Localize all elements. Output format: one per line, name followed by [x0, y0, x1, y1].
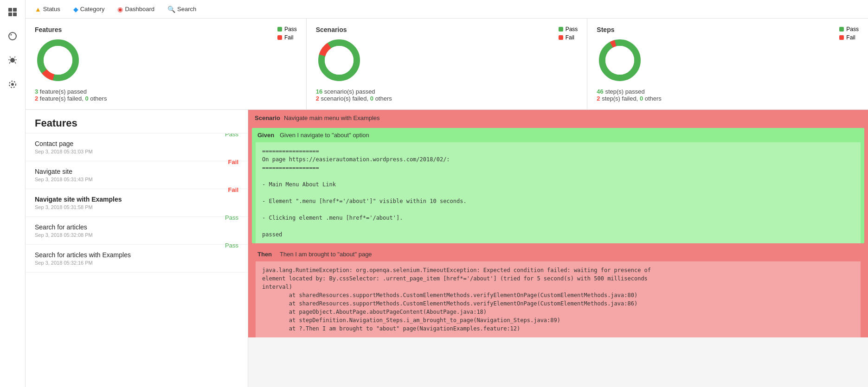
features-pass-text: feature(s) passed — [40, 88, 87, 95]
feature-name: Contact page — [35, 140, 238, 147]
pass-dot — [277, 27, 282, 32]
scenarios-donut-chart — [316, 37, 362, 83]
scenarios-others-text: others — [375, 95, 392, 102]
steps-legend-pass: Pass — [839, 26, 859, 32]
sidebar — [0, 0, 26, 387]
features-panel-header: Features — [26, 110, 248, 133]
step-keyword: Then — [257, 251, 276, 258]
svg-rect-1 — [13, 8, 17, 12]
features-list[interactable]: PassContact pageSep 3, 2018 05:31:03 PMF… — [26, 133, 248, 387]
features-pass-count: 3 — [35, 88, 38, 95]
feature-date: Sep 3, 2018 05:31:58 PM — [35, 204, 238, 210]
feature-status: Fail — [228, 186, 238, 193]
step-block: GivenGiven I navigate to "about" option=… — [252, 128, 864, 243]
nav-label-category: Category — [80, 6, 105, 13]
top-navigation: ▲ Status ◆ Category ◉ Dashboard 🔍 Search — [26, 0, 868, 19]
step-detail: ================= On page https://easier… — [256, 142, 861, 243]
feature-name: Navigate site — [35, 168, 238, 175]
features-fail-summary: 2 feature(s) failed, 0 others — [35, 95, 107, 102]
scenario-label: Scenario — [255, 114, 280, 121]
scenarios-legend-fail: Fail — [559, 34, 578, 41]
fail-dot — [277, 35, 282, 40]
feature-date: Sep 3, 2018 05:32:08 PM — [35, 232, 238, 238]
scenarios-donut-area — [316, 37, 578, 83]
steps-pass-count: 46 — [597, 88, 603, 95]
features-summary: 3 feature(s) passed 2 feature(s) failed,… — [35, 88, 107, 102]
feature-date: Sep 3, 2018 05:32:16 PM — [35, 260, 238, 266]
dashboard-content: Features Pass Fail — [26, 19, 868, 387]
features-others-count: 0 — [85, 95, 88, 102]
category-icon: ◆ — [73, 6, 78, 13]
steps-others-text: others — [645, 95, 662, 102]
nav-item-search[interactable]: 🔍 Search — [166, 2, 198, 17]
features-fail-label: Fail — [284, 34, 293, 41]
feature-date: Sep 3, 2018 05:31:43 PM — [35, 177, 238, 182]
fail-dot — [839, 35, 844, 40]
steps-fail-count: 2 — [597, 95, 600, 102]
main-content: ▲ Status ◆ Category ◉ Dashboard 🔍 Search… — [26, 0, 868, 387]
steps-legend-fail: Fail — [839, 34, 859, 41]
scenario-title: Navigate main menu with Examples — [284, 114, 380, 121]
stat-card-steps: Steps Pass Fail — [587, 19, 868, 109]
svg-line-12 — [15, 62, 16, 63]
svg-point-4 — [9, 32, 16, 40]
scenarios-legend-pass: Pass — [559, 26, 578, 32]
scenarios-legend: Pass Fail — [559, 26, 578, 41]
lower-content: Features PassContact pageSep 3, 2018 05:… — [26, 110, 868, 387]
feature-item[interactable]: PassSearch for articles with ExamplesSep… — [26, 245, 248, 273]
scenarios-pass-label: Pass — [566, 26, 578, 32]
nav-item-dashboard[interactable]: ◉ Dashboard — [116, 2, 156, 17]
tag-icon[interactable] — [5, 29, 20, 44]
scenario-panel[interactable]: Scenario Navigate main menu with Example… — [248, 110, 868, 387]
steps-fail-summary: 2 step(s) failed, 0 others — [597, 95, 662, 102]
nav-label-dashboard: Dashboard — [125, 6, 154, 13]
steps-fail-text: step(s) failed, — [602, 95, 638, 102]
nav-item-status[interactable]: ▲ Status — [33, 2, 62, 17]
scenario-container: Scenario Navigate main menu with Example… — [248, 110, 868, 337]
features-donut-area — [35, 37, 297, 83]
steps-summary: 46 step(s) passed 2 step(s) failed, 0 ot… — [597, 88, 662, 102]
step-text: Then I am brought to "about" page — [280, 251, 372, 258]
settings-icon[interactable] — [5, 77, 20, 92]
feature-item[interactable]: FailNavigate site with ExamplesSep 3, 20… — [26, 189, 248, 217]
scenarios-fail-count: 2 — [316, 95, 319, 102]
steps-fail-label: Fail — [846, 34, 855, 41]
bug-icon[interactable] — [5, 53, 20, 68]
svg-line-11 — [9, 62, 10, 63]
steps-container: GivenGiven I navigate to "about" option=… — [248, 128, 868, 337]
steps-others-count: 0 — [640, 95, 643, 102]
svg-line-7 — [10, 57, 11, 57]
nav-item-category[interactable]: ◆ Category — [71, 2, 107, 17]
grid-icon[interactable] — [5, 5, 20, 19]
scenarios-summary: 16 scenario(s) passed 2 scenario(s) fail… — [316, 88, 392, 102]
feature-name: Navigate site with Examples — [35, 196, 238, 203]
steps-donut-chart — [597, 37, 643, 83]
svg-line-8 — [14, 57, 15, 57]
features-fail-text: feature(s) failed, — [40, 95, 84, 102]
svg-rect-0 — [8, 8, 12, 12]
search-icon: 🔍 — [167, 6, 175, 13]
steps-pass-text: step(s) passed — [605, 88, 644, 95]
features-legend: Pass Fail — [277, 26, 297, 41]
svg-point-23 — [605, 46, 634, 75]
feature-item[interactable]: PassSearch for articlesSep 3, 2018 05:32… — [26, 217, 248, 245]
stat-title-features: Features — [35, 26, 62, 33]
svg-point-6 — [10, 58, 15, 63]
stats-row: Features Pass Fail — [26, 19, 868, 110]
feature-item[interactable]: PassContact pageSep 3, 2018 05:31:03 PM — [26, 133, 248, 161]
feature-name: Search for articles with Examples — [35, 251, 238, 259]
scenarios-pass-count: 16 — [316, 88, 322, 95]
features-donut-chart — [35, 37, 81, 83]
feature-item[interactable]: FailNavigate siteSep 3, 2018 05:31:43 PM — [26, 161, 248, 189]
feature-status: Pass — [225, 214, 238, 221]
feature-name: Search for articles — [35, 223, 238, 231]
nav-label-status: Status — [43, 6, 60, 13]
scenarios-others-count: 0 — [370, 95, 373, 102]
feature-status: Pass — [225, 133, 238, 138]
svg-point-5 — [11, 34, 12, 36]
feature-status: Pass — [225, 242, 238, 249]
scenario-header: Scenario Navigate main menu with Example… — [248, 110, 868, 126]
stat-title-steps: Steps — [597, 26, 614, 33]
features-pass-label: Pass — [284, 26, 297, 32]
steps-pass-label: Pass — [846, 26, 859, 32]
